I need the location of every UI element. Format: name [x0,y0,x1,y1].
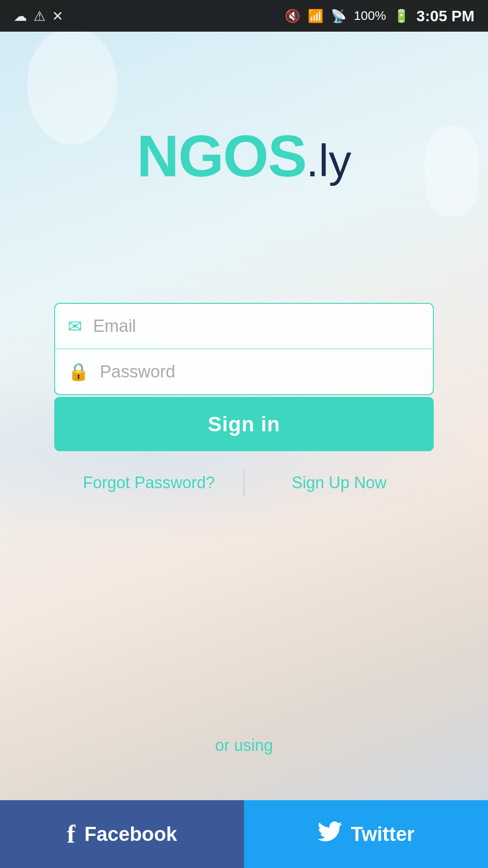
status-time: 3:05 PM [417,7,475,25]
lock-icon: 🔒 [68,362,89,382]
battery-label: 100% [354,9,386,23]
sign-up-link[interactable]: Sign Up Now [244,473,434,492]
email-row: ✉ [55,304,433,349]
mute-icon: 🔇 [285,9,300,24]
wifi-icon: 📶 [308,9,324,24]
close-icon: ✕ [52,8,63,24]
forgot-password-link[interactable]: Forgot Password? [54,473,244,492]
logo-container: NGOS.ly [137,122,352,190]
facebook-icon: f [67,820,75,849]
twitter-icon [318,819,342,849]
twitter-button[interactable]: Twitter [244,800,488,868]
password-row: 🔒 [55,349,433,394]
links-row: Forgot Password? Sign Up Now [54,469,434,496]
input-group: ✉ 🔒 [54,303,434,395]
logo-brand: NGOS [137,123,306,189]
battery-icon: 🔋 [394,9,409,24]
status-right-icons: 🔇 📶 📡 100% 🔋 3:05 PM [285,7,474,25]
facebook-label: Facebook [84,823,177,845]
main-content: NGOS.ly ✉ 🔒 Sign in Forgot Password? Sig… [0,32,488,868]
logo-suffix: .ly [306,135,351,186]
facebook-button[interactable]: f Facebook [0,800,244,868]
login-form: ✉ 🔒 Sign in Forgot Password? Sign Up Now [54,303,434,496]
twitter-label: Twitter [351,823,415,845]
password-input[interactable] [100,362,420,382]
or-using-label: or using [215,736,273,755]
signin-button[interactable]: Sign in [54,397,434,451]
status-bar: ☁ ⚠ ✕ 🔇 📶 📡 100% 🔋 3:05 PM [0,0,488,32]
email-icon: ✉ [68,316,82,336]
status-left-icons: ☁ ⚠ ✕ [14,8,63,24]
social-bar: f Facebook Twitter [0,800,488,868]
warning-icon: ⚠ [33,8,46,24]
signal-icon: 📡 [331,9,347,24]
cloud-icon: ☁ [14,8,27,24]
email-input[interactable] [93,316,420,336]
